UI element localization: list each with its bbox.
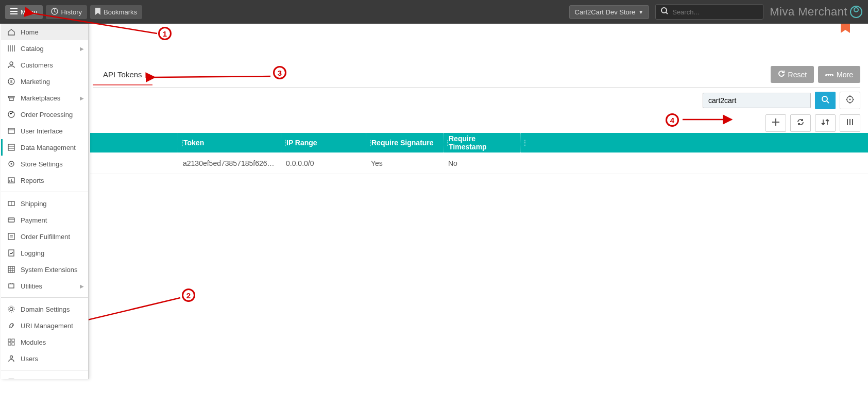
sidebar-item-label: Marketing <box>21 78 50 86</box>
sidebar-item-modules[interactable]: Modules <box>1 334 88 350</box>
sidebar-item-label: Logging <box>21 249 44 257</box>
svg-point-11 <box>11 163 12 165</box>
svg-rect-22 <box>12 339 14 342</box>
table-header: ⋮Token ⋮IP Range ⋮Require Signature ⋮Req… <box>90 133 868 152</box>
sidebar-item-label: User Interface <box>21 127 63 135</box>
td-ip: 0.0.0.0/0 <box>281 152 366 174</box>
sidebar-item-payment[interactable]: Payment <box>1 212 88 228</box>
svg-point-29 <box>827 74 828 76</box>
sidebar-item-marketplaces[interactable]: Marketplaces▶ <box>1 90 88 106</box>
store-name: Cart2Cart Dev Store <box>575 8 636 16</box>
grip-icon: ⋮ <box>179 139 185 146</box>
svg-point-7 <box>8 111 14 117</box>
svg-point-25 <box>10 356 13 359</box>
more-icon <box>825 71 833 79</box>
reset-button[interactable]: Reset <box>771 66 814 83</box>
sidebar-item-label: Shipping <box>21 200 47 208</box>
sidebar-item-customers[interactable]: Customers <box>1 57 88 73</box>
sidebar-item-system-extensions[interactable]: System Extensions <box>1 261 88 278</box>
bookmarks-button[interactable]: Bookmarks <box>90 5 142 19</box>
th-require-timestamp[interactable]: ⋮Require Timestamp <box>443 133 520 152</box>
add-button[interactable] <box>765 114 786 132</box>
annotation-1: 1 <box>158 27 172 40</box>
global-search-input[interactable] <box>672 8 759 16</box>
modules-icon <box>7 338 15 346</box>
grip-icon: ⋮ <box>522 139 528 146</box>
topbar-right: Cart2Cart Dev Store ▼ Miva Merchant <box>569 4 863 20</box>
sidebar-item-label: Catalog <box>21 45 44 53</box>
sidebar-item-order-fulfillment[interactable]: Order Fulfillment <box>1 228 88 245</box>
uri-management-icon <box>7 321 15 330</box>
menu-label: Menu <box>21 8 38 16</box>
filter-row <box>703 92 860 109</box>
target-button[interactable] <box>840 92 860 109</box>
svg-point-34 <box>849 99 851 100</box>
brand-logo: Miva Merchant <box>770 5 863 19</box>
sidebar-item-home[interactable]: Home <box>1 24 88 40</box>
tab-api-tokens[interactable]: API Tokens <box>93 64 152 85</box>
svg-point-4 <box>10 62 13 65</box>
svg-point-3 <box>854 8 858 12</box>
td-sig: Yes <box>366 152 443 174</box>
table-row[interactable]: a2130ef5ed73857185f626… 0.0.0.0/0 Yes No <box>90 152 868 174</box>
sidebar-item-data-management[interactable]: Data Management <box>1 139 88 156</box>
sidebar-item-request-support[interactable]: Request Support <box>1 374 88 379</box>
global-search[interactable] <box>655 4 763 20</box>
store-selector[interactable]: Cart2Cart Dev Store ▼ <box>569 5 650 19</box>
sidebar-item-label: Home <box>21 28 39 36</box>
more-button[interactable]: More <box>818 66 860 83</box>
chevron-right-icon: ▶ <box>80 283 84 289</box>
sidebar-item-label: System Extensions <box>21 266 78 274</box>
sidebar-item-utilities[interactable]: Utilities▶ <box>1 278 88 294</box>
sidebar-item-order-processing[interactable]: Order Processing <box>1 106 88 123</box>
sidebar-item-label: Modules <box>21 338 46 346</box>
sidebar-item-user-interface[interactable]: User Interface <box>1 123 88 139</box>
sidebar: HomeCatalog▶Customers$MarketingMarketpla… <box>1 24 89 379</box>
svg-point-31 <box>831 74 832 76</box>
sidebar-item-marketing[interactable]: $Marketing <box>1 73 88 90</box>
users-icon <box>7 354 15 363</box>
svg-point-20 <box>8 306 14 312</box>
sidebar-item-label: Store Settings <box>21 160 63 168</box>
svg-point-30 <box>829 74 830 76</box>
columns-button[interactable] <box>840 114 860 132</box>
sidebar-item-label: Data Management <box>21 144 76 151</box>
sidebar-item-store-settings[interactable]: Store Settings <box>1 156 88 172</box>
hamburger-icon <box>10 8 18 16</box>
sidebar-item-logging[interactable]: Logging <box>1 245 88 261</box>
system-extensions-icon <box>7 265 15 274</box>
sidebar-item-label: Utilities <box>21 282 42 290</box>
refresh-button[interactable] <box>790 114 811 132</box>
catalog-icon <box>7 44 15 53</box>
brand-nine-icon <box>849 5 863 19</box>
bookmarks-label: Bookmarks <box>104 8 137 16</box>
menu-button[interactable]: Menu <box>5 5 43 19</box>
sidebar-item-shipping[interactable]: Shipping <box>1 195 88 212</box>
search-button[interactable] <box>815 92 836 109</box>
utilities-icon <box>7 282 15 290</box>
filter-input[interactable] <box>703 93 811 108</box>
history-button[interactable]: History <box>46 5 87 19</box>
columns-icon <box>846 118 854 128</box>
td-token: a2130ef5ed73857185f626… <box>178 152 281 174</box>
tab-label: API Tokens <box>103 70 142 79</box>
sidebar-item-uri-management[interactable]: URI Management <box>1 317 88 334</box>
th-token[interactable]: ⋮Token <box>178 133 281 152</box>
sort-button[interactable] <box>815 114 836 132</box>
reset-label: Reset <box>788 71 807 79</box>
home-icon <box>7 28 15 36</box>
sidebar-item-label: Payment <box>21 216 47 224</box>
th-ip-range[interactable]: ⋮IP Range <box>281 133 366 152</box>
plus-icon <box>772 118 779 128</box>
sidebar-item-reports[interactable]: Reports <box>1 172 88 189</box>
svg-rect-17 <box>8 266 14 273</box>
th-require-signature[interactable]: ⋮Require Signature <box>366 133 443 152</box>
sidebar-item-domain-settings[interactable]: Domain Settings <box>1 301 88 317</box>
chevron-right-icon: ▶ <box>80 95 84 101</box>
th-name[interactable] <box>90 133 178 152</box>
svg-rect-8 <box>8 128 14 133</box>
bookmark-ribbon-icon[interactable] <box>841 24 850 38</box>
svg-rect-9 <box>8 144 14 150</box>
sidebar-item-users[interactable]: Users <box>1 350 88 367</box>
sidebar-item-catalog[interactable]: Catalog▶ <box>1 40 88 57</box>
